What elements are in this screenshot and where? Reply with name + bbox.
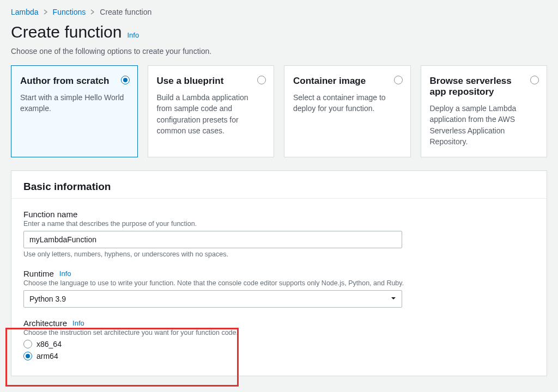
radio-icon bbox=[121, 76, 130, 84]
page-title-text: Create function bbox=[11, 23, 122, 41]
info-link-runtime[interactable]: Info bbox=[59, 270, 71, 278]
architecture-help: Choose the instruction set architecture … bbox=[23, 329, 535, 336]
card-title: Browse serverless app repository bbox=[430, 76, 538, 97]
info-link-architecture[interactable]: Info bbox=[72, 319, 84, 327]
radio-icon bbox=[394, 76, 403, 84]
radio-x86-64[interactable]: x86_64 bbox=[23, 340, 535, 348]
basic-information-panel: Basic information Function name Enter a … bbox=[11, 170, 547, 376]
card-desc: Start with a simple Hello World example. bbox=[20, 92, 129, 114]
card-author-from-scratch[interactable]: Author from scratch Start with a simple … bbox=[11, 65, 138, 157]
card-title: Use a blueprint bbox=[157, 76, 265, 87]
radio-icon bbox=[23, 352, 32, 360]
radio-arm64[interactable]: arm64 bbox=[23, 352, 535, 360]
card-serverless-repo[interactable]: Browse serverless app repository Deploy … bbox=[421, 65, 548, 157]
card-use-blueprint[interactable]: Use a blueprint Build a Lambda applicati… bbox=[148, 65, 275, 157]
field-architecture: Architecture Info Choose the instruction… bbox=[23, 318, 535, 360]
panel-title: Basic information bbox=[23, 181, 535, 193]
card-container-image[interactable]: Container image Select a container image… bbox=[284, 65, 411, 157]
function-name-input[interactable] bbox=[23, 231, 402, 248]
radio-icon bbox=[257, 76, 266, 84]
radio-icon bbox=[23, 340, 32, 348]
runtime-select[interactable]: Python 3.9 bbox=[23, 290, 402, 308]
field-runtime: Runtime Info Choose the language to use … bbox=[23, 269, 535, 308]
chevron-right-icon bbox=[90, 8, 95, 16]
function-name-help: Enter a name that describes the purpose … bbox=[23, 220, 535, 228]
page-subtitle: Choose one of the following options to c… bbox=[11, 47, 547, 56]
function-name-constraint: Use only letters, numbers, hyphens, or u… bbox=[23, 250, 535, 258]
breadcrumb: Lambda Functions Create function bbox=[11, 8, 547, 16]
card-title: Author from scratch bbox=[20, 76, 129, 87]
info-link-header[interactable]: Info bbox=[127, 31, 139, 39]
runtime-help: Choose the language to use to write your… bbox=[23, 279, 535, 287]
card-title: Container image bbox=[293, 76, 402, 87]
radio-label: arm64 bbox=[37, 352, 58, 360]
radio-label: x86_64 bbox=[37, 340, 62, 348]
function-name-label: Function name bbox=[23, 210, 535, 219]
radio-icon bbox=[530, 76, 539, 84]
card-desc: Deploy a sample Lambda application from … bbox=[430, 103, 538, 147]
card-desc: Select a container image to deploy for y… bbox=[293, 92, 402, 114]
breadcrumb-link-functions[interactable]: Functions bbox=[53, 8, 86, 16]
card-desc: Build a Lambda application from sample c… bbox=[157, 92, 265, 136]
breadcrumb-current: Create function bbox=[100, 8, 151, 16]
creation-mode-cards: Author from scratch Start with a simple … bbox=[11, 65, 547, 157]
breadcrumb-link-lambda[interactable]: Lambda bbox=[11, 8, 39, 16]
chevron-right-icon bbox=[43, 8, 48, 16]
caret-down-icon bbox=[390, 295, 397, 303]
runtime-label: Runtime bbox=[23, 269, 54, 278]
page-title: Create function Info bbox=[11, 23, 547, 41]
field-function-name: Function name Enter a name that describe… bbox=[23, 210, 535, 258]
panel-header: Basic information bbox=[11, 171, 547, 199]
runtime-selected-value: Python 3.9 bbox=[29, 295, 66, 303]
architecture-label: Architecture bbox=[23, 318, 67, 328]
